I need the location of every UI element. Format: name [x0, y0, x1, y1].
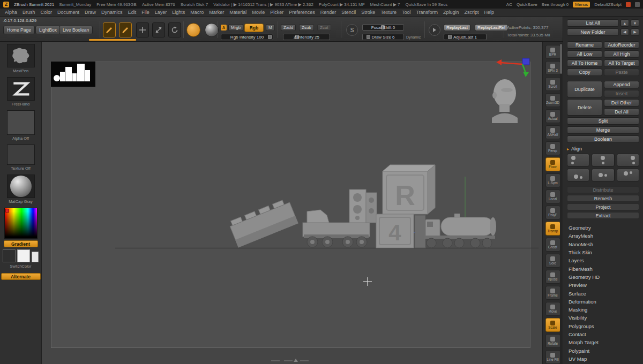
subpalette-header[interactable]: Preview — [567, 281, 639, 289]
subpalette-header[interactable]: Deformation — [567, 298, 639, 306]
rotate-mode-button[interactable] — [168, 22, 181, 37]
align-option-button[interactable] — [567, 154, 589, 166]
menu-item[interactable]: Alpha — [2, 10, 20, 15]
tool-button[interactable]: Paste — [604, 69, 639, 76]
shelf-button[interactable]: SPix 3 — [545, 61, 560, 75]
shelf-button[interactable]: Persp — [545, 141, 560, 155]
a-badge[interactable]: A — [221, 25, 227, 31]
current-material-icon[interactable] — [205, 23, 219, 37]
menu-item[interactable]: Zscript — [462, 10, 482, 15]
menu-item[interactable]: Edit — [125, 10, 139, 15]
subpalette-header[interactable]: Visibility — [567, 314, 639, 322]
shelf-button[interactable]: Scale — [545, 318, 560, 332]
align-option-button[interactable] — [592, 154, 614, 166]
edit-mode-button[interactable] — [103, 22, 116, 37]
menu-item[interactable]: Movie — [249, 10, 267, 15]
move-mode-button[interactable] — [136, 22, 149, 37]
menu-item[interactable]: Document — [55, 10, 82, 15]
menu-item[interactable]: Marker — [206, 10, 227, 15]
tool-flat-button[interactable]: Distribute — [567, 186, 639, 193]
menu-item[interactable]: File — [139, 10, 152, 15]
bottom-scroll-marker[interactable] — [271, 359, 309, 362]
menu-item[interactable]: Preferences — [286, 10, 318, 15]
shelf-button[interactable]: BPR — [545, 45, 560, 59]
subpalette-header[interactable]: Masking — [567, 306, 639, 314]
shelf-button[interactable]: Local — [545, 189, 560, 203]
mrgb-button[interactable]: Mrgb — [228, 24, 243, 31]
append-button[interactable]: Append — [604, 81, 639, 88]
stroke-type-icon[interactable]: S — [346, 24, 358, 36]
stroke-selector[interactable] — [7, 77, 35, 101]
focal-shift-slider[interactable]: Focal Shift 0 — [362, 24, 404, 31]
move-down-button[interactable]: ▼ — [631, 19, 639, 27]
record-indicator-icon[interactable] — [626, 2, 631, 7]
brush-selector[interactable] — [7, 44, 35, 67]
shelf-button[interactable]: PolyF — [545, 206, 560, 219]
lightbox-button[interactable]: LightBox — [35, 26, 61, 34]
shelf-button[interactable]: Move — [545, 302, 560, 316]
menu-item[interactable]: Transform — [413, 10, 440, 15]
subpalette-header[interactable]: FiberMesh — [567, 264, 639, 272]
home-page-button[interactable]: Home Page — [3, 26, 35, 34]
live-boolean-button[interactable]: Live Boolean — [59, 26, 93, 34]
prev-button[interactable]: ◀ — [620, 28, 629, 36]
adjust-last-slider[interactable]: AdjustLast 1 — [444, 34, 487, 40]
shelf-button[interactable]: Solo — [545, 254, 560, 268]
align-option-button[interactable] — [567, 169, 589, 181]
subpalette-header[interactable]: Morph Target — [567, 338, 639, 346]
menu-item[interactable]: Layer — [152, 10, 170, 15]
slider-knob[interactable] — [367, 35, 370, 39]
tool-button[interactable]: Copy — [567, 69, 602, 76]
titlebar-button[interactable]: See-through 0 — [542, 2, 569, 7]
titlebar-button[interactable]: AC — [506, 2, 512, 7]
alternate-button[interactable]: Alternate — [1, 273, 41, 280]
tool-button[interactable]: Rename — [567, 41, 602, 49]
shelf-button[interactable]: Line Fill — [545, 350, 560, 364]
shelf-button[interactable]: Actual — [545, 109, 560, 123]
secondary-color-swatch[interactable] — [17, 249, 30, 262]
tool-flat-button[interactable]: Remesh — [567, 195, 639, 202]
subpalette-header[interactable]: NanoMesh — [567, 240, 639, 248]
scrollbar-thumb[interactable] — [560, 44, 562, 74]
menu-item[interactable]: Help — [482, 10, 497, 15]
subpalette-header[interactable]: Polypaint — [567, 346, 639, 354]
canvas-viewport[interactable]: R 4 — [42, 42, 542, 364]
texture-selector[interactable] — [7, 145, 35, 165]
subpalette-header[interactable]: ArrayMesh — [567, 232, 639, 240]
menu-item[interactable]: Texture — [378, 10, 399, 15]
tool-flat-button[interactable]: Project — [567, 203, 639, 210]
delete-button[interactable]: Delete — [567, 99, 602, 116]
merge-button[interactable]: Merge — [567, 126, 639, 134]
menu-item[interactable]: Picker — [267, 10, 286, 15]
tool-button[interactable]: All Low — [567, 50, 602, 58]
menu-item[interactable]: Stroke — [358, 10, 378, 15]
align-section-header[interactable]: ▸ Align — [567, 146, 639, 151]
next-button[interactable]: ▶ — [631, 28, 639, 36]
shelf-scrollbar[interactable] — [560, 43, 562, 364]
current-brush-icon[interactable] — [186, 23, 200, 37]
menu-item[interactable]: Color — [38, 10, 55, 15]
draw-size-slider[interactable]: Draw Size 6 — [362, 34, 404, 40]
shelf-button[interactable]: Ghost — [545, 238, 560, 252]
titlebar-button[interactable]: QuickSave — [517, 2, 537, 7]
titlebar-button[interactable]: DefaultZScript — [594, 2, 622, 7]
subpalette-header[interactable]: Geometry — [567, 224, 639, 232]
rgb-button[interactable]: Rgb — [244, 24, 264, 32]
align-option-button[interactable] — [617, 154, 639, 166]
split-button[interactable]: Split — [567, 117, 639, 125]
menu-item[interactable]: Stencil — [339, 10, 358, 15]
tool-button[interactable]: AutoReorder — [604, 41, 639, 49]
align-option-button[interactable] — [617, 169, 639, 181]
del-all-button[interactable]: Del All — [604, 108, 639, 116]
subpalette-header[interactable]: Geometry HD — [567, 273, 639, 281]
menu-item[interactable]: Macro — [188, 10, 206, 15]
shelf-button[interactable]: L.Sym — [545, 173, 560, 187]
alpha-selector[interactable] — [7, 110, 35, 135]
color-picker[interactable] — [4, 208, 38, 239]
titlebar-button[interactable]: Menus — [573, 2, 590, 7]
tool-button[interactable]: All To Home — [567, 59, 602, 67]
shelf-button[interactable]: Zoom3D — [545, 93, 560, 107]
subpalette-header[interactable]: UV Map — [567, 355, 639, 363]
tool-button[interactable]: All High — [604, 50, 639, 58]
subpalette-header[interactable]: Thick Skin — [567, 248, 639, 256]
